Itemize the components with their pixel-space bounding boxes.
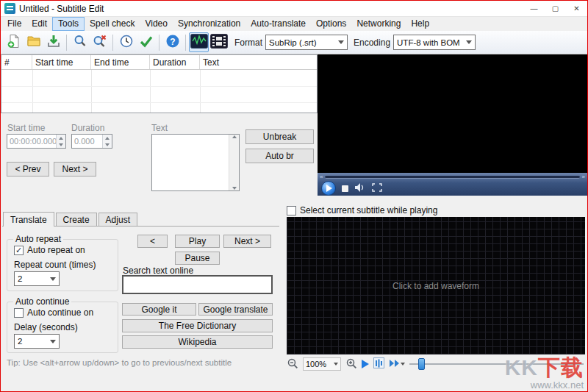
subtitle-text-box: [151, 134, 240, 191]
waveform-controls: 100%: [287, 357, 584, 371]
row-divider: [1, 86, 317, 87]
text-scrollbar[interactable]: [229, 135, 239, 190]
spinner-arrows[interactable]: [102, 135, 112, 148]
save-button[interactable]: [43, 32, 63, 52]
fullscreen-icon[interactable]: [372, 183, 382, 194]
menu-edit[interactable]: Edit: [26, 17, 52, 31]
menu-video[interactable]: Video: [140, 17, 172, 31]
start-time-input[interactable]: 00:00:00.000: [7, 134, 66, 149]
delay-select[interactable]: 2: [14, 334, 60, 349]
auto-continue-checkbox-row[interactable]: Auto continue on: [14, 307, 93, 318]
help-button[interactable]: ?: [162, 32, 182, 52]
volume-icon[interactable]: [354, 182, 366, 195]
waveform-view-toggle-icon[interactable]: [373, 357, 384, 371]
menu-spell-check[interactable]: Spell check: [85, 17, 140, 31]
find-button[interactable]: [70, 32, 90, 52]
open-file-button[interactable]: [24, 32, 43, 52]
column-header-text[interactable]: Text: [200, 55, 317, 69]
chevron-down-icon: [50, 277, 56, 281]
select-subtitle-checkbox[interactable]: [287, 206, 296, 215]
show-waveform-button[interactable]: [189, 32, 209, 52]
close-button[interactable]: ✕: [566, 1, 587, 17]
tab-translate[interactable]: Translate: [3, 212, 54, 227]
subtitle-list[interactable]: # Start time End time Duration Text: [1, 54, 318, 113]
auto-continue-checkbox[interactable]: [14, 308, 24, 318]
google-translate-button[interactable]: Google translate: [198, 303, 273, 316]
menu-synchronization[interactable]: Synchronization: [173, 17, 245, 31]
forward-icon[interactable]: »: [582, 174, 585, 180]
column-header-end-time[interactable]: End time: [91, 55, 150, 69]
auto-repeat-checkbox-row[interactable]: ✓ Auto repeat on: [14, 245, 85, 255]
repeat-count-label: Repeat count (times): [14, 260, 96, 270]
show-video-button[interactable]: [209, 32, 229, 52]
spell-check-button[interactable]: [136, 32, 156, 52]
video-stop-button[interactable]: [342, 185, 348, 192]
google-it-button[interactable]: Google it: [122, 303, 196, 316]
menu-tools[interactable]: Tools: [52, 17, 85, 31]
format-label: Format: [234, 38, 262, 48]
slider-track[interactable]: [409, 363, 584, 365]
next-subtitle-button[interactable]: Next >: [54, 162, 96, 177]
scroll-down-icon: [232, 187, 237, 190]
previous-button[interactable]: <: [137, 235, 168, 248]
subtitle-text-input[interactable]: [152, 135, 229, 190]
encoding-select[interactable]: UTF-8 with BOM: [393, 35, 476, 50]
maximize-button[interactable]: ▢: [545, 1, 566, 17]
row-divider: [1, 102, 317, 103]
menu-auto-translate[interactable]: Auto-translate: [245, 17, 311, 31]
waveform-play-button[interactable]: [362, 360, 369, 368]
slider-thumb[interactable]: [418, 358, 425, 370]
arrow-down-icon: [59, 143, 63, 146]
column-divider: [150, 70, 151, 113]
encoding-label: Encoding: [354, 38, 390, 48]
start-time-label: Start time: [7, 123, 45, 133]
tab-adjust[interactable]: Adjust: [98, 213, 137, 227]
video-player[interactable]: « »: [318, 54, 587, 196]
wikipedia-button[interactable]: Wikipedia: [122, 335, 273, 349]
format-select[interactable]: SubRip (.srt): [265, 35, 348, 50]
chevron-down-icon: [50, 340, 56, 343]
repeat-count-select[interactable]: 2: [14, 271, 60, 286]
seek-track[interactable]: [325, 176, 579, 179]
fix-common-errors-button[interactable]: [116, 32, 136, 52]
tab-create[interactable]: Create: [56, 213, 97, 227]
chevron-down-icon: [334, 363, 338, 366]
pause-button[interactable]: Pause: [175, 252, 220, 265]
zoom-out-icon[interactable]: [287, 357, 298, 371]
menu-file[interactable]: File: [2, 17, 26, 31]
open-folder-icon: [26, 34, 41, 51]
video-play-button[interactable]: [321, 181, 336, 196]
play-button[interactable]: Play: [175, 235, 220, 248]
search-input[interactable]: [122, 275, 273, 294]
replace-button[interactable]: [90, 32, 110, 52]
tab-strip: Translate Create Adjust: [3, 212, 139, 227]
duration-input[interactable]: 0.000: [71, 134, 112, 149]
column-header-number[interactable]: #: [1, 55, 32, 69]
auto-repeat-checkbox[interactable]: ✓: [14, 246, 24, 255]
zoom-in-icon[interactable]: [345, 357, 357, 371]
prev-subtitle-button[interactable]: < Prev: [7, 162, 49, 177]
menu-networking[interactable]: Networking: [351, 17, 406, 31]
free-dictionary-button[interactable]: The Free Dictionary: [122, 319, 273, 332]
column-header-start-time[interactable]: Start time: [32, 55, 91, 69]
title-bar: Untitled - Subtitle Edit — ▢ ✕: [1, 1, 587, 17]
window-title: Untitled - Subtitle Edit: [19, 4, 104, 14]
play-icon: [326, 185, 332, 192]
toolbar-separator: [185, 35, 186, 51]
auto-br-button[interactable]: Auto br: [245, 149, 314, 163]
waveform-scroll-slider[interactable]: [409, 357, 584, 371]
playback-speed-icon[interactable]: [389, 358, 405, 371]
zoom-level-select[interactable]: 100%: [303, 357, 341, 371]
unbreak-button[interactable]: Unbreak: [245, 129, 314, 144]
video-progress-bar[interactable]: « »: [318, 173, 587, 181]
column-header-duration[interactable]: Duration: [150, 55, 200, 69]
minimize-button[interactable]: —: [523, 1, 545, 17]
menu-help[interactable]: Help: [406, 17, 434, 31]
select-subtitle-checkbox-row[interactable]: Select current subtitle while playing: [287, 205, 437, 215]
menu-options[interactable]: Options: [311, 17, 351, 31]
new-subtitle-button[interactable]: [4, 32, 24, 52]
spinner-arrows[interactable]: [56, 135, 65, 148]
next-button[interactable]: Next >: [223, 235, 271, 248]
rewind-icon[interactable]: «: [320, 174, 323, 180]
waveform-area[interactable]: Click to add waveform: [287, 217, 585, 354]
